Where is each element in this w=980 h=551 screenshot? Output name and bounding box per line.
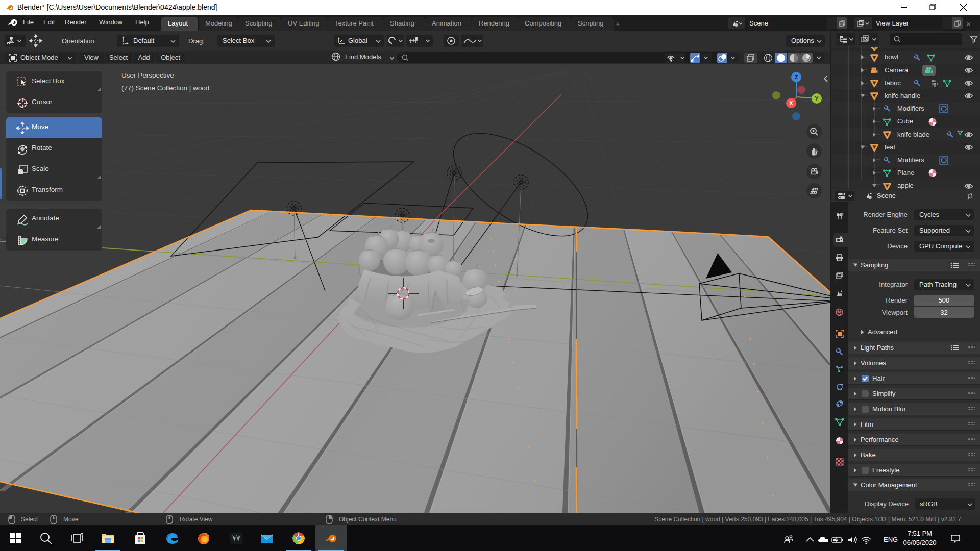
svg-text:X: X	[789, 100, 793, 106]
svg-text:(77) Scene Collection | wood: (77) Scene Collection | wood	[121, 84, 209, 92]
svg-text:Z: Z	[795, 74, 798, 80]
svg-text:User Perspective: User Perspective	[121, 71, 174, 79]
svg-text:Y: Y	[815, 95, 819, 102]
